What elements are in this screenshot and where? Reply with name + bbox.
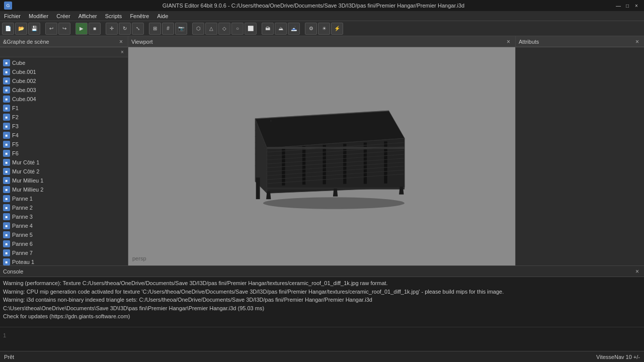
scene-item-label: Panne 3 — [12, 214, 33, 220]
cube-icon: ■ — [3, 96, 10, 103]
scene-item[interactable]: ■Cube.002 — [0, 76, 128, 85]
scene-item[interactable]: ■F5 — [0, 140, 128, 149]
maximize-button[interactable]: □ — [624, 2, 631, 9]
menu-modifier[interactable]: Modifier — [25, 11, 52, 21]
scene-item[interactable]: ■F3 — [0, 122, 128, 131]
cube-icon: ■ — [3, 213, 10, 220]
scene-item[interactable]: ■Panne 1 — [0, 194, 128, 203]
tool2[interactable]: △ — [205, 23, 217, 35]
open-button[interactable]: 📂 — [15, 23, 27, 35]
scene-item[interactable]: ■Mur Millieu 2 — [0, 185, 128, 194]
cube-icon: ■ — [3, 105, 10, 112]
scene-item[interactable]: ■Mur Millieu 1 — [0, 176, 128, 185]
console-close[interactable]: × — [633, 268, 641, 275]
scene-item-label: Panne 7 — [12, 250, 33, 256]
scene-item[interactable]: ■Panne 2 — [0, 203, 128, 212]
menu-scripts[interactable]: Scripts — [101, 11, 126, 21]
stop-button[interactable]: ■ — [89, 23, 101, 35]
move-tool[interactable]: ✛ — [106, 23, 118, 35]
scene-item-label: Panne 5 — [12, 232, 33, 238]
scene-item-label: Cube.002 — [12, 78, 36, 84]
cube-icon: ■ — [3, 258, 10, 265]
scene-item-label: Panne 6 — [12, 241, 33, 247]
scene-item[interactable]: ■Panne 7 — [0, 248, 128, 257]
scene-item-label: F3 — [12, 123, 19, 129]
scene-item[interactable]: ■F4 — [0, 131, 128, 140]
svg-marker-13 — [399, 187, 404, 195]
undo-button[interactable]: ↩ — [45, 23, 57, 35]
cube-icon: ■ — [3, 222, 10, 229]
scene-item-label: Cube.001 — [12, 69, 36, 75]
scene-item-label: F6 — [12, 150, 19, 156]
cube-icon: ■ — [3, 86, 10, 94]
scene-item[interactable]: ■Cube.003 — [0, 85, 128, 95]
tool3[interactable]: ◇ — [218, 23, 230, 35]
scene-item[interactable]: ■Panne 5 — [0, 230, 128, 239]
scene-item[interactable]: ■Poteau 1 — [0, 257, 128, 265]
save-button[interactable]: 💾 — [28, 23, 40, 35]
svg-marker-2 — [267, 138, 404, 193]
toolbar: 📄 📂 💾 ↩ ↪ ▶ ■ ✛ ↻ ⤡ ⊞ # 📷 ⬡ △ ◇ ○ ⬜ 🏔 ⛰ … — [0, 21, 644, 36]
close-button[interactable]: × — [633, 2, 640, 9]
terrain-tool1[interactable]: 🏔 — [262, 23, 274, 35]
scene-item[interactable]: ■Mur Côté 2 — [0, 167, 128, 176]
attr-panel-close[interactable]: × — [633, 38, 641, 45]
scale-tool[interactable]: ⤡ — [132, 23, 144, 35]
scene-item[interactable]: ■F1 — [0, 104, 128, 113]
scene-item[interactable]: ■Mur Côté 1 — [0, 158, 128, 167]
cube-icon: ■ — [3, 123, 10, 130]
terrain-tool2[interactable]: ⛰ — [275, 23, 287, 35]
minimize-button[interactable]: — — [615, 2, 622, 9]
setting-tool1[interactable]: ⚙ — [305, 23, 317, 35]
snap-button[interactable]: ⊞ — [149, 23, 161, 35]
svg-rect-11 — [256, 177, 260, 199]
cube-icon: ■ — [3, 141, 10, 148]
cube-icon: ■ — [3, 186, 10, 193]
cube-icon: ■ — [3, 114, 10, 121]
scene-item-label: Cube — [12, 60, 25, 66]
scene-item[interactable]: ■Panne 6 — [0, 239, 128, 248]
scene-list[interactable]: ■Cube■Cube.001■Cube.002■Cube.003■Cube.00… — [0, 57, 128, 265]
scene-item-label: Mur Côté 2 — [12, 168, 39, 174]
attr-panel-title: Attributs — [519, 39, 539, 45]
scene-item-label: F2 — [12, 114, 19, 120]
viewport-canvas[interactable]: persp — [128, 47, 515, 265]
viewport-close[interactable]: × — [505, 38, 512, 45]
scene-item[interactable]: ■F2 — [0, 113, 128, 122]
scene-item-label: Cube.003 — [12, 87, 36, 93]
setting-tool2[interactable]: ☀ — [318, 23, 330, 35]
tool5[interactable]: ⬜ — [245, 23, 257, 35]
scene-item[interactable]: ■Cube.004 — [0, 95, 128, 104]
menu-creer[interactable]: Créer — [52, 11, 74, 21]
menu-afficher[interactable]: Afficher — [74, 11, 101, 21]
new-button[interactable]: 📄 — [2, 23, 14, 35]
scene-collapse-button[interactable]: × — [118, 48, 127, 57]
menu-fenetre[interactable]: Fenêtre — [126, 11, 153, 21]
grid-button[interactable]: # — [162, 23, 174, 35]
scene-item[interactable]: ■Cube — [0, 58, 128, 67]
tool4[interactable]: ○ — [231, 23, 244, 35]
setting-tool3[interactable]: ⚡ — [331, 23, 343, 35]
scene-item[interactable]: ■Cube.001 — [0, 67, 128, 76]
scene-item[interactable]: ■Panne 3 — [0, 212, 128, 221]
scene-item[interactable]: ■F6 — [0, 149, 128, 158]
play-button[interactable]: ▶ — [75, 23, 88, 35]
scene-panel-close[interactable]: × — [117, 38, 125, 45]
terrain-tool3[interactable]: 🗻 — [288, 23, 300, 35]
title-bar: G GIANTS Editor 64bit 9.0.6 - C:/Users/t… — [0, 0, 644, 11]
scene-item-label: Mur Millieu 1 — [12, 177, 43, 184]
svg-rect-5 — [323, 145, 326, 184]
scene-item-label: Cube.004 — [12, 96, 36, 102]
rotate-tool[interactable]: ↻ — [119, 23, 131, 35]
redo-button[interactable]: ↪ — [58, 23, 70, 35]
console-message-4: C:\Users\theoa\OneDrive\Documents\Save 3… — [3, 304, 641, 313]
console-input[interactable] — [15, 329, 589, 341]
menu-fichier[interactable]: Fichier — [0, 11, 25, 21]
hangar-3d-view — [221, 87, 423, 213]
console-line-number: 1 — [3, 332, 13, 338]
scene-item[interactable]: ■Panne 4 — [0, 221, 128, 230]
menu-aide[interactable]: Aide — [153, 11, 172, 21]
tool1[interactable]: ⬡ — [192, 23, 204, 35]
scene-item-label: F4 — [12, 132, 19, 138]
camera-button[interactable]: 📷 — [175, 23, 187, 35]
